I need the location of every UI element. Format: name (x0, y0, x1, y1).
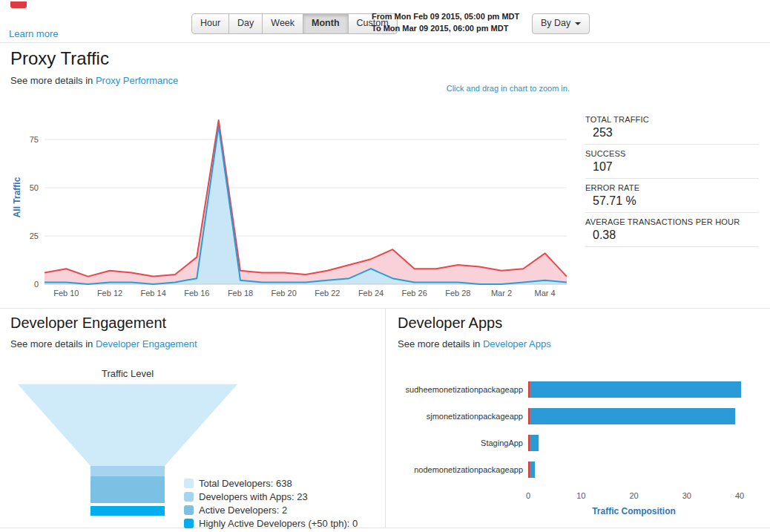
funnel-segment-developers-with-apps (91, 466, 165, 476)
legend-item: Total Developers: 638 (184, 478, 358, 489)
stat-label: ERROR RATE (585, 183, 759, 192)
developer-apps-title: Developer Apps (398, 315, 502, 332)
x-tick-label: 20 (629, 491, 638, 500)
legend-swatch (184, 519, 194, 528)
x-tick-label: Feb 14 (141, 289, 166, 298)
funnel-chart-title: Traffic Level (72, 368, 183, 379)
stat-label: AVERAGE TRANSACTIONS PER HOUR (585, 217, 759, 226)
x-tick-label: Feb 28 (445, 289, 470, 298)
x-tick-label: Feb 20 (272, 289, 297, 298)
range-button-month[interactable]: Month (303, 13, 348, 34)
y-tick-label: 50 (30, 183, 39, 192)
funnel-legend: Total Developers: 638Developers with App… (184, 478, 358, 531)
bottom-row: Developer Engagement See more details in… (0, 309, 770, 528)
traffic-stats-panel: TOTAL TRAFFIC 253 SUCCESS 107 ERROR RATE… (585, 114, 759, 250)
stat-error-rate: ERROR RATE 57.71 % (585, 182, 759, 213)
y-tick-label: 0 (34, 280, 39, 289)
bar-category-label: nodemonetizationpackageapp (414, 465, 523, 474)
legend-label: Highly Active Developers (+50 tph): 0 (199, 518, 358, 529)
developer-engagement-link[interactable]: Developer Engagement (96, 338, 197, 349)
proxy-traffic-subtitle: See more details in Proxy Performance (10, 75, 178, 86)
traffic-chart[interactable]: 0255075Feb 10Feb 12Feb 14Feb 16Feb 18Feb… (10, 99, 574, 301)
learn-more-link[interactable]: Learn more (9, 28, 58, 39)
subtitle-text: See more details in (10, 338, 96, 349)
x-tick-label: Feb 26 (402, 289, 427, 298)
group-by-dropdown[interactable]: By Day (532, 13, 590, 34)
x-tick-label: Mar 4 (535, 289, 556, 298)
funnel-segment-active-developers (91, 476, 165, 503)
developer-engagement-subtitle: See more details in Developer Engagement (10, 338, 197, 349)
analytics-dashboard: Learn more Hour Day Week Month Custom Fr… (0, 0, 770, 532)
stat-label: TOTAL TRAFFIC (585, 115, 759, 124)
legend-label: Active Developers: 2 (199, 505, 287, 516)
date-from: From Mon Feb 09 2015, 05:00 pm MDT (372, 11, 519, 23)
range-button-hour[interactable]: Hour (191, 13, 229, 34)
x-tick-label: Feb 18 (228, 289, 253, 298)
date-range: From Mon Feb 09 2015, 05:00 pm MDT To Mo… (372, 11, 519, 35)
time-range-button-group: Hour Day Week Month Custom (191, 13, 398, 34)
bar-category-label: sudheemonetizationpackageapp (406, 385, 523, 394)
subtitle-text: See more details in (398, 338, 483, 349)
stat-value: 57.71 % (585, 194, 759, 208)
proxy-performance-link[interactable]: Proxy Performance (96, 75, 178, 86)
funnel-segment-highly-active-developers (91, 506, 165, 516)
legend-swatch (184, 479, 194, 488)
traffic-bar[interactable] (530, 381, 741, 398)
legend-swatch (184, 505, 194, 515)
x-tick-label: 30 (682, 491, 691, 500)
range-button-week[interactable]: Week (262, 13, 303, 34)
subtitle-text: See more details in (10, 75, 96, 86)
logo-fragment (10, 1, 27, 8)
legend-item: Highly Active Developers (+50 tph): 0 (184, 518, 358, 529)
legend-label: Total Developers: 638 (199, 478, 292, 489)
error-bar[interactable] (528, 435, 530, 451)
bar-category-label: StagingApp (481, 439, 523, 447)
developer-engagement-title: Developer Engagement (10, 315, 166, 332)
traffic-area (45, 120, 567, 284)
topbar: Learn more Hour Day Week Month Custom Fr… (0, 0, 770, 43)
stat-total-traffic: TOTAL TRAFFIC 253 (585, 114, 759, 145)
error-bar[interactable] (528, 381, 530, 398)
x-tick-label: 10 (576, 491, 585, 500)
proxy-traffic-section: Proxy Traffic See more details in Proxy … (0, 42, 770, 309)
y-axis-title: All Traffic (12, 177, 22, 217)
date-to: To Mon Mar 09 2015, 06:00 pm MDT (372, 23, 519, 35)
traffic-bar[interactable] (530, 435, 539, 451)
funnel-segment-total-developers (18, 384, 237, 466)
x-tick-label: 0 (526, 491, 530, 500)
legend-item: Developers with Apps: 23 (184, 491, 358, 502)
bar-category-label: sjmonetizationpackageapp (427, 412, 523, 421)
traffic-bar[interactable] (530, 462, 535, 478)
x-tick-label: Mar 2 (491, 289, 512, 298)
legend-swatch (184, 492, 194, 502)
x-tick-label: 40 (735, 491, 744, 500)
developer-apps-link[interactable]: Developer Apps (483, 338, 551, 349)
traffic-bar[interactable] (530, 408, 735, 424)
success-area (45, 126, 567, 284)
x-tick-label: Feb 22 (315, 289, 340, 298)
stat-value: 107 (585, 160, 759, 174)
legend-item: Active Developers: 2 (184, 505, 358, 516)
x-tick-label: Feb 16 (184, 289, 209, 298)
developer-apps-subtitle: See more details in Developer Apps (398, 338, 551, 349)
error-bar[interactable] (528, 408, 530, 424)
proxy-traffic-title: Proxy Traffic (10, 48, 109, 69)
x-tick-label: Feb 12 (97, 289, 122, 298)
y-tick-label: 75 (30, 135, 39, 144)
success-line (45, 126, 567, 284)
stat-value: 0.38 (585, 229, 759, 242)
stat-label: SUCCESS (585, 149, 759, 158)
zoom-hint: Click and drag in chart to zoom in. (447, 84, 570, 93)
stat-value: 253 (585, 126, 759, 139)
legend-label: Developers with Apps: 23 (199, 491, 308, 502)
y-tick-label: 25 (30, 231, 39, 240)
group-by-label: By Day (541, 18, 570, 28)
x-tick-label: Feb 10 (53, 289, 79, 298)
range-button-day[interactable]: Day (228, 13, 263, 34)
chevron-down-icon (575, 22, 581, 25)
x-tick-label: Feb 24 (358, 289, 384, 298)
error-bar[interactable] (528, 462, 530, 478)
developer-engagement-section: Developer Engagement See more details in… (0, 309, 386, 528)
stat-avg-tph: AVERAGE TRANSACTIONS PER HOUR 0.38 (585, 216, 759, 247)
traffic-line (45, 120, 567, 277)
